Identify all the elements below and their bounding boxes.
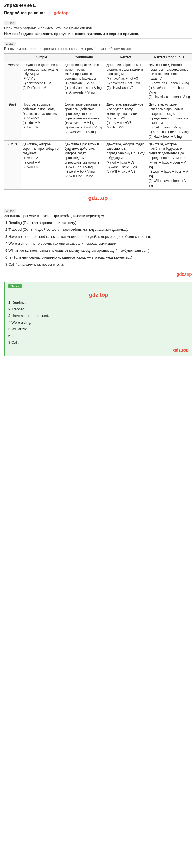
- perfect-cell: Действие, которое будет завершено к опре…: [105, 141, 147, 189]
- section-subtitle: Подробное решение gdz.top: [4, 10, 192, 15]
- list-item: 3Have not been rescued (... остаётся мно…: [4, 234, 192, 240]
- answer-text: Were aiding.: [11, 320, 31, 324]
- answer-num: 6: [8, 334, 10, 338]
- table-row: PresentРегулярное действие в настоящем, …: [4, 61, 192, 101]
- answer-text: Reading.: [11, 300, 26, 304]
- col-header-perfect-continuous: Perfect Continuous: [147, 54, 192, 61]
- answer-num: 2: [8, 307, 10, 311]
- sentence-text: Call (... пожалуйста, позвоните...).: [8, 262, 64, 267]
- answer-num: 4: [8, 320, 10, 324]
- answer-num: 3: [8, 314, 10, 318]
- sentence-text: Were aiding (... в то время, как они ока…: [8, 241, 118, 245]
- perfect_continuous-cell: Действие, которое начнётся в будущем и б…: [147, 141, 192, 189]
- answer-text: Trapped.: [11, 307, 26, 311]
- answer-text: Have not been rescued.: [11, 314, 49, 318]
- sentence-num: 4: [5, 241, 7, 245]
- col-header-perfect: Perfect: [105, 54, 147, 61]
- sentence-num: 5: [5, 248, 7, 252]
- table-header-row: Simple Continuous Perfect Perfect Contin…: [4, 54, 192, 61]
- simple-cell: Регулярное действие в настоящем, расписа…: [21, 61, 63, 101]
- divider-2: [4, 38, 192, 39]
- answer-item: 5Will arrive.: [8, 327, 189, 332]
- sentence-list: 1Reading (Я лежал в кровати, читая книгу…: [4, 220, 192, 267]
- tense-table: Simple Continuous Perfect Perfect Contin…: [4, 54, 192, 189]
- gdz-watermark-table: gdz.top: [4, 193, 192, 203]
- tense-cell: Future: [4, 141, 21, 189]
- sentence-text: Reading (Я лежал в кровати, читая книгу)…: [8, 221, 77, 225]
- answer-list: 1Reading.2Trapped.3Have not been rescued…: [8, 300, 189, 345]
- step2-text: Вспомним правило построения и использова…: [4, 46, 192, 51]
- sentence-text: Is (То, в чем сейчас отчаянно нуждается …: [8, 255, 133, 259]
- sentence-text: Trapped (Сотни людей остаются заключённы…: [8, 227, 128, 231]
- gdz-watermark-sentences: gdz.top: [4, 271, 192, 278]
- gdz-watermark-header: gdz.top: [54, 10, 68, 15]
- sentence-text: Will arrive (... неотложная помощь от ме…: [8, 248, 151, 252]
- list-item: 2Trapped (Сотни людей остаются заключённ…: [4, 227, 192, 232]
- answer-section: Ответ gdz.top 1Reading.2Trapped.3Have no…: [4, 282, 192, 356]
- step2-badge: 2 шаг: [4, 42, 15, 45]
- answer-text: Call.: [11, 340, 18, 344]
- answer-item: 2Trapped.: [8, 307, 189, 312]
- perfect_continuous-cell: Действие, которое началось в прошлом и п…: [147, 101, 192, 141]
- sentence-num: 7: [5, 262, 7, 267]
- divider-3: [4, 206, 192, 206]
- col-header-tense: [4, 54, 21, 61]
- sentence-num: 1: [5, 221, 7, 225]
- tense-cell: Present: [4, 61, 21, 101]
- table-row: FutureДействие, которое, вероятно, произ…: [4, 141, 192, 189]
- list-item: 6Is (То, в чем сейчас отчаянно нуждается…: [4, 255, 192, 260]
- answer-badge: Ответ: [8, 284, 22, 288]
- table-row: PastПростое, короткое действие в прошлом…: [4, 101, 192, 141]
- tense-cell: Past: [4, 101, 21, 141]
- col-header-continuous: Continuous: [63, 54, 105, 61]
- answer-num: 7: [8, 340, 10, 344]
- perfect-cell: Действие, завершённое к определённому мо…: [105, 101, 147, 141]
- step1-badge: 1 шаг: [4, 21, 15, 25]
- list-item: 5Will arrive (... неотложная помощь от м…: [4, 248, 192, 253]
- answer-item: 4Were aiding.: [8, 320, 189, 325]
- simple-cell: Действие, которое, вероятно, произойдёт …: [21, 141, 63, 189]
- answer-item: 7Call.: [8, 340, 189, 345]
- answer-num: 1: [8, 300, 10, 304]
- list-item: 7Call (... пожалуйста, позвоните...).: [4, 262, 192, 267]
- continuous-cell: Действие в развитии в будущем, действие,…: [63, 141, 105, 189]
- gdz-watermark-answer-bottom: gdz.top: [8, 347, 189, 354]
- gdz-watermark-answer: gdz.top: [8, 290, 189, 300]
- perfect_continuous-cell: Длительное действие в прошлом (незавершё…: [147, 61, 192, 101]
- subtitle-text: Подробное решение: [4, 10, 46, 15]
- answer-text: Is.: [11, 334, 15, 338]
- list-item: 1Reading (Я лежал в кровати, читая книгу…: [4, 220, 192, 225]
- sentence-num: 3: [5, 235, 7, 239]
- perfect-cell: Действие в прошлом с видимым результатом…: [105, 61, 147, 101]
- sentence-num: 2: [5, 227, 7, 231]
- sentence-text: Have not been rescued (... остаётся множ…: [8, 235, 151, 239]
- step3-badge: 3 шаг: [4, 209, 15, 213]
- simple-cell: Простое, короткое действие в прошлом, бе…: [21, 101, 63, 141]
- sentence-num: 6: [5, 255, 7, 259]
- step3-text: Заполним пропуски в тексте. При необходи…: [4, 214, 192, 218]
- step1-bold: Нам необходимо заполнить пропуски в текс…: [4, 32, 192, 36]
- continuous-cell: Длительное действие в прошлом, действие …: [63, 101, 105, 141]
- exercise-title: Упражнение E: [4, 3, 192, 8]
- answer-text: Will arrive.: [11, 327, 28, 331]
- step1-text: Прочитаем задание и поймём, что нам нужн…: [4, 26, 192, 30]
- answer-item: 1Reading.: [8, 300, 189, 305]
- answer-item: 6Is.: [8, 333, 189, 339]
- col-header-simple: Simple: [21, 54, 63, 61]
- answer-item: 3Have not been rescued.: [8, 313, 189, 318]
- continuous-cell: Действие в развитии в момент речи, запла…: [63, 61, 105, 101]
- answer-num: 5: [8, 327, 10, 331]
- list-item: 4Were aiding (... в то время, как они ок…: [4, 241, 192, 246]
